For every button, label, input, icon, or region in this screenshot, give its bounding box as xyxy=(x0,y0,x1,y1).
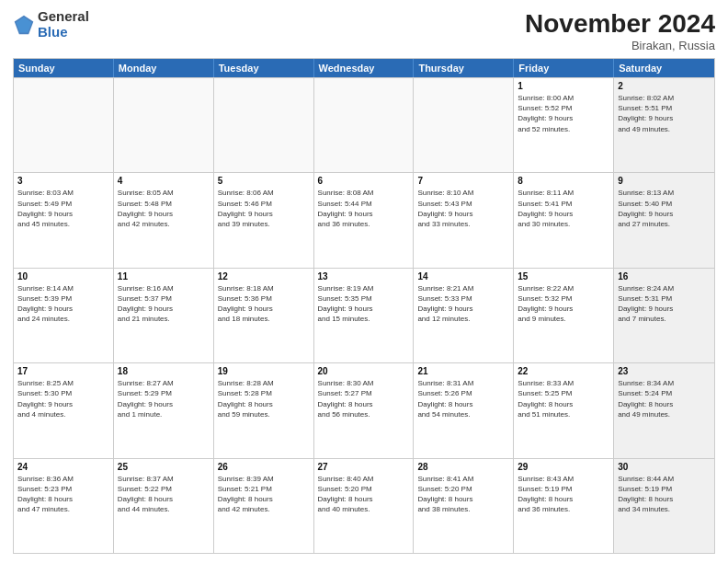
day-info: Sunrise: 8:34 AM Sunset: 5:24 PM Dayligh… xyxy=(618,378,711,419)
day-number: 6 xyxy=(318,176,410,186)
day-info: Sunrise: 8:08 AM Sunset: 5:44 PM Dayligh… xyxy=(318,188,410,229)
day-number: 24 xyxy=(17,462,109,472)
day-info: Sunrise: 8:18 AM Sunset: 5:36 PM Dayligh… xyxy=(218,283,310,325)
calendar-cell: 26Sunrise: 8:39 AM Sunset: 5:21 PM Dayli… xyxy=(214,459,314,553)
day-info: Sunrise: 8:43 AM Sunset: 5:19 PM Dayligh… xyxy=(518,474,609,515)
calendar-cell xyxy=(214,78,314,172)
calendar-cell: 16Sunrise: 8:24 AM Sunset: 5:31 PM Dayli… xyxy=(614,269,714,362)
calendar-cell: 17Sunrise: 8:25 AM Sunset: 5:30 PM Dayli… xyxy=(14,363,114,457)
day-number: 13 xyxy=(318,271,410,282)
day-number: 15 xyxy=(518,271,609,282)
calendar-row-4: 17Sunrise: 8:25 AM Sunset: 5:30 PM Dayli… xyxy=(14,362,714,457)
calendar-cell: 28Sunrise: 8:41 AM Sunset: 5:20 PM Dayli… xyxy=(414,459,514,553)
month-title: November 2024 xyxy=(525,9,715,39)
calendar-row-2: 3Sunrise: 8:03 AM Sunset: 5:49 PM Daylig… xyxy=(14,172,714,267)
day-info: Sunrise: 8:19 AM Sunset: 5:35 PM Dayligh… xyxy=(318,283,410,325)
calendar-cell: 23Sunrise: 8:34 AM Sunset: 5:24 PM Dayli… xyxy=(614,363,714,457)
calendar-cell: 27Sunrise: 8:40 AM Sunset: 5:20 PM Dayli… xyxy=(314,459,415,553)
calendar-body: 1Sunrise: 8:00 AM Sunset: 5:52 PM Daylig… xyxy=(14,77,714,553)
header-day-tuesday: Tuesday xyxy=(214,59,314,77)
logo-icon xyxy=(13,14,35,36)
day-number: 14 xyxy=(417,271,509,282)
day-info: Sunrise: 8:30 AM Sunset: 5:27 PM Dayligh… xyxy=(318,378,410,419)
header-day-wednesday: Wednesday xyxy=(314,59,415,77)
location-label: Birakan, Russia xyxy=(525,39,715,52)
calendar-cell xyxy=(414,78,514,172)
calendar-cell: 19Sunrise: 8:28 AM Sunset: 5:28 PM Dayli… xyxy=(214,363,314,457)
calendar-cell: 8Sunrise: 8:11 AM Sunset: 5:41 PM Daylig… xyxy=(514,173,614,267)
calendar-cell: 30Sunrise: 8:44 AM Sunset: 5:19 PM Dayli… xyxy=(614,459,714,553)
calendar-cell xyxy=(114,78,214,172)
calendar-cell: 24Sunrise: 8:36 AM Sunset: 5:23 PM Dayli… xyxy=(14,459,114,553)
day-number: 3 xyxy=(17,176,109,186)
logo-text: General Blue xyxy=(38,9,89,40)
header-day-monday: Monday xyxy=(114,59,214,77)
header-day-friday: Friday xyxy=(514,59,614,77)
day-number: 11 xyxy=(118,271,210,282)
calendar-cell: 3Sunrise: 8:03 AM Sunset: 5:49 PM Daylig… xyxy=(14,173,114,267)
day-number: 8 xyxy=(518,176,609,186)
day-number: 27 xyxy=(318,462,410,472)
calendar-cell: 4Sunrise: 8:05 AM Sunset: 5:48 PM Daylig… xyxy=(114,173,214,267)
logo-general-label: General xyxy=(38,9,89,25)
calendar-cell: 11Sunrise: 8:16 AM Sunset: 5:37 PM Dayli… xyxy=(114,269,214,362)
calendar-cell: 9Sunrise: 8:13 AM Sunset: 5:40 PM Daylig… xyxy=(614,173,714,267)
day-info: Sunrise: 8:02 AM Sunset: 5:51 PM Dayligh… xyxy=(618,93,711,134)
calendar-cell: 21Sunrise: 8:31 AM Sunset: 5:26 PM Dayli… xyxy=(414,363,514,457)
day-info: Sunrise: 8:33 AM Sunset: 5:25 PM Dayligh… xyxy=(518,378,609,419)
day-number: 4 xyxy=(118,176,210,186)
day-number: 12 xyxy=(218,271,310,282)
calendar-cell: 25Sunrise: 8:37 AM Sunset: 5:22 PM Dayli… xyxy=(114,459,214,553)
day-info: Sunrise: 8:41 AM Sunset: 5:20 PM Dayligh… xyxy=(417,474,509,515)
day-number: 28 xyxy=(417,462,509,472)
calendar-header: SundayMondayTuesdayWednesdayThursdayFrid… xyxy=(14,59,714,77)
calendar-cell: 18Sunrise: 8:27 AM Sunset: 5:29 PM Dayli… xyxy=(114,363,214,457)
day-info: Sunrise: 8:25 AM Sunset: 5:30 PM Dayligh… xyxy=(17,378,109,419)
day-number: 1 xyxy=(518,81,609,91)
calendar-cell: 2Sunrise: 8:02 AM Sunset: 5:51 PM Daylig… xyxy=(614,78,714,172)
calendar-cell: 6Sunrise: 8:08 AM Sunset: 5:44 PM Daylig… xyxy=(314,173,415,267)
day-info: Sunrise: 8:05 AM Sunset: 5:48 PM Dayligh… xyxy=(118,188,210,229)
day-number: 10 xyxy=(17,271,109,282)
day-number: 29 xyxy=(518,462,609,472)
day-number: 16 xyxy=(618,271,711,282)
calendar-row-5: 24Sunrise: 8:36 AM Sunset: 5:23 PM Dayli… xyxy=(14,458,714,553)
day-info: Sunrise: 8:21 AM Sunset: 5:33 PM Dayligh… xyxy=(417,283,509,325)
day-info: Sunrise: 8:31 AM Sunset: 5:26 PM Dayligh… xyxy=(417,378,509,419)
day-number: 25 xyxy=(118,462,210,472)
calendar-cell: 13Sunrise: 8:19 AM Sunset: 5:35 PM Dayli… xyxy=(314,269,415,362)
day-info: Sunrise: 8:06 AM Sunset: 5:46 PM Dayligh… xyxy=(218,188,310,229)
day-number: 5 xyxy=(218,176,310,186)
day-number: 21 xyxy=(417,366,509,376)
title-block: November 2024 Birakan, Russia xyxy=(525,9,715,52)
page: General Blue November 2024 Birakan, Russ… xyxy=(0,0,728,563)
calendar-cell xyxy=(314,78,415,172)
header-day-saturday: Saturday xyxy=(614,59,714,77)
day-number: 23 xyxy=(618,366,711,376)
day-number: 22 xyxy=(518,366,609,376)
day-info: Sunrise: 8:11 AM Sunset: 5:41 PM Dayligh… xyxy=(518,188,609,229)
calendar-cell: 12Sunrise: 8:18 AM Sunset: 5:36 PM Dayli… xyxy=(214,269,314,362)
day-number: 19 xyxy=(218,366,310,376)
day-info: Sunrise: 8:16 AM Sunset: 5:37 PM Dayligh… xyxy=(118,283,210,325)
day-info: Sunrise: 8:00 AM Sunset: 5:52 PM Dayligh… xyxy=(518,93,609,134)
day-info: Sunrise: 8:10 AM Sunset: 5:43 PM Dayligh… xyxy=(417,188,509,229)
calendar: SundayMondayTuesdayWednesdayThursdayFrid… xyxy=(13,58,715,554)
calendar-cell: 5Sunrise: 8:06 AM Sunset: 5:46 PM Daylig… xyxy=(214,173,314,267)
day-number: 26 xyxy=(218,462,310,472)
day-info: Sunrise: 8:13 AM Sunset: 5:40 PM Dayligh… xyxy=(618,188,711,229)
day-number: 2 xyxy=(618,81,711,91)
calendar-cell: 22Sunrise: 8:33 AM Sunset: 5:25 PM Dayli… xyxy=(514,363,614,457)
header-day-thursday: Thursday xyxy=(414,59,514,77)
day-info: Sunrise: 8:44 AM Sunset: 5:19 PM Dayligh… xyxy=(618,474,711,515)
calendar-row-3: 10Sunrise: 8:14 AM Sunset: 5:39 PM Dayli… xyxy=(14,268,714,362)
day-number: 20 xyxy=(318,366,410,376)
calendar-cell: 14Sunrise: 8:21 AM Sunset: 5:33 PM Dayli… xyxy=(414,269,514,362)
logo-blue-label: Blue xyxy=(38,25,89,40)
day-info: Sunrise: 8:37 AM Sunset: 5:22 PM Dayligh… xyxy=(118,474,210,515)
day-number: 17 xyxy=(17,366,109,376)
calendar-cell: 15Sunrise: 8:22 AM Sunset: 5:32 PM Dayli… xyxy=(514,269,614,362)
calendar-cell: 10Sunrise: 8:14 AM Sunset: 5:39 PM Dayli… xyxy=(14,269,114,362)
day-info: Sunrise: 8:24 AM Sunset: 5:31 PM Dayligh… xyxy=(618,283,711,325)
calendar-cell: 20Sunrise: 8:30 AM Sunset: 5:27 PM Dayli… xyxy=(314,363,415,457)
